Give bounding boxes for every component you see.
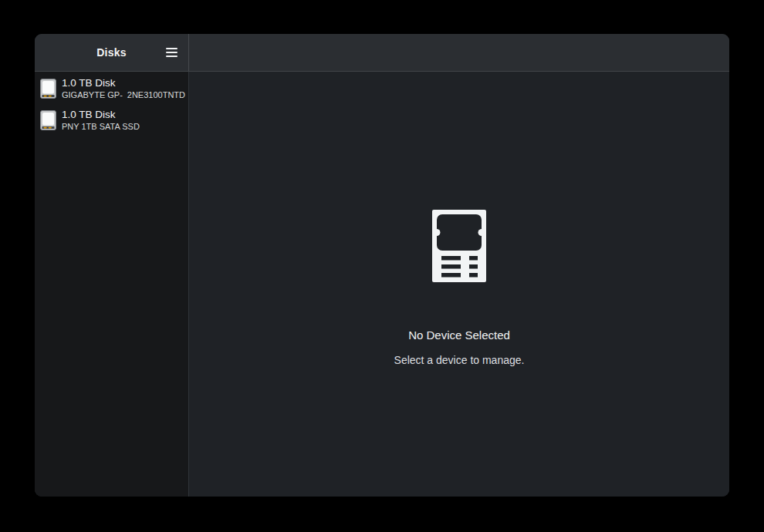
disk-list-item-pny[interactable]: 1.0 TB Disk PNY 1TB SATA SSD xyxy=(35,104,188,136)
disk-title: 1.0 TB Disk xyxy=(62,77,185,89)
disk-list-item-gigabyte[interactable]: 1.0 TB Disk GIGABYTE GP-… 2NE3100TNTD xyxy=(35,72,188,104)
empty-state-title: No Device Selected xyxy=(408,328,510,342)
hard-drive-icon xyxy=(432,210,486,285)
window-body: 1.0 TB Disk GIGABYTE GP-… 2NE3100TNTD xyxy=(35,72,729,497)
menu-button[interactable] xyxy=(158,39,184,66)
empty-state: No Device Selected Select a device to ma… xyxy=(394,202,525,366)
headerbar: Disks xyxy=(35,34,729,72)
main-content: No Device Selected Select a device to ma… xyxy=(189,72,729,497)
sidebar-headerbar: Disks xyxy=(35,34,189,71)
disk-model: PNY 1TB SATA SSD xyxy=(62,122,140,132)
page-title: Disks xyxy=(96,46,126,59)
main-headerbar xyxy=(189,34,729,71)
disks-window: Disks xyxy=(35,34,729,497)
disk-title: 1.0 TB Disk xyxy=(62,109,185,121)
empty-state-subtitle: Select a device to manage. xyxy=(394,354,525,366)
disk-list: 1.0 TB Disk GIGABYTE GP-… 2NE3100TNTD xyxy=(35,72,189,497)
hard-disk-icon xyxy=(40,79,56,99)
hamburger-menu-icon xyxy=(166,48,177,57)
disk-serial: 2NE3100TNTD xyxy=(127,90,185,100)
disk-model: GIGABYTE GP-… xyxy=(62,90,123,100)
hard-disk-icon xyxy=(40,110,56,130)
